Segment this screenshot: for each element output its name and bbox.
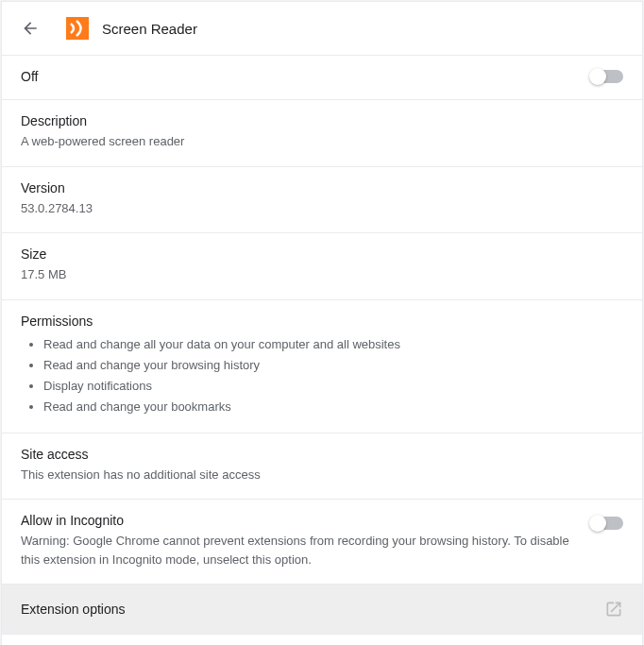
site-access-label: Site access <box>21 447 623 462</box>
permissions-section: Permissions Read and change all your dat… <box>2 300 642 433</box>
permissions-list: Read and change all your data on your co… <box>21 334 623 417</box>
header: Screen Reader <box>2 1 642 56</box>
description-section: Description A web-powered screen reader <box>2 100 642 167</box>
extension-app-icon <box>66 17 89 40</box>
incognito-section: Allow in Incognito Warning: Google Chrom… <box>2 500 642 585</box>
extension-title: Screen Reader <box>102 21 197 37</box>
back-arrow-icon[interactable] <box>21 19 40 38</box>
extension-detail-panel: Screen Reader Off Description A web-powe… <box>1 1 643 645</box>
extension-options-label: Extension options <box>21 602 126 617</box>
incognito-warning: Warning: Google Chrome cannot prevent ex… <box>21 532 572 569</box>
version-value: 53.0.2784.13 <box>21 199 623 218</box>
site-access-value: This extension has no additional site ac… <box>21 466 623 484</box>
extension-options-row[interactable]: Extension options <box>2 585 642 635</box>
description-label: Description <box>21 113 623 128</box>
version-section: Version 53.0.2784.13 <box>2 167 642 234</box>
permission-item: Read and change your bookmarks <box>43 397 623 417</box>
size-label: Size <box>21 246 623 262</box>
version-label: Version <box>21 180 623 195</box>
incognito-toggle[interactable] <box>591 517 623 530</box>
description-value: A web-powered screen reader <box>21 132 623 151</box>
enable-state-label: Off <box>21 69 38 84</box>
incognito-label: Allow in Incognito <box>21 513 572 528</box>
view-webstore-row[interactable]: View in Chrome Web Store <box>2 635 642 645</box>
enable-section: Off <box>2 56 642 100</box>
enable-toggle[interactable] <box>591 70 623 83</box>
permissions-label: Permissions <box>21 314 623 329</box>
site-access-section: Site access This extension has no additi… <box>2 433 642 501</box>
size-value: 17.5 MB <box>21 265 623 284</box>
open-external-icon <box>604 600 623 619</box>
permission-item: Read and change your browsing history <box>43 355 623 376</box>
permission-item: Read and change all your data on your co… <box>43 334 623 355</box>
permission-item: Display notifications <box>43 376 623 397</box>
size-section: Size 17.5 MB <box>2 233 642 300</box>
